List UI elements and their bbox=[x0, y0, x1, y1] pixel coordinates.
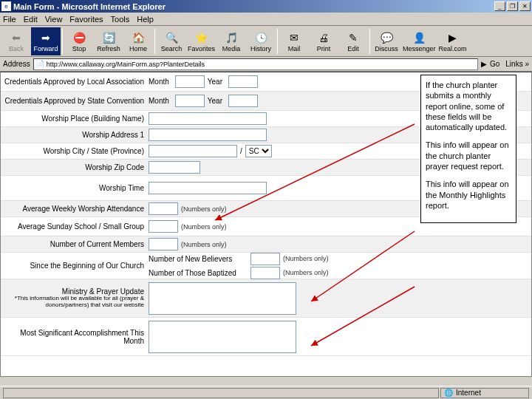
ministry-update-input[interactable] bbox=[149, 282, 296, 315]
editbtn-button[interactable]: ✎Edit bbox=[338, 27, 368, 55]
print-icon: 🖨 bbox=[316, 30, 331, 45]
callout-p3: This info will appear on the Monthly Hig… bbox=[426, 179, 511, 211]
maximize-button[interactable]: ❐ bbox=[507, 1, 518, 11]
favorites-button[interactable]: ⭐Favorites bbox=[186, 27, 216, 55]
status-bar: 🌐 Internet bbox=[0, 386, 532, 399]
address-input[interactable]: 📄 http://www.callaway.org/MainForm.asp?P… bbox=[33, 58, 478, 70]
toolbar-sep bbox=[62, 29, 63, 54]
worship-addr-input[interactable] bbox=[149, 129, 267, 141]
go-label: Go bbox=[487, 60, 502, 68]
real-button[interactable]: ▶Real.com bbox=[437, 27, 468, 55]
cred-state-label: Credentials Approved by State Convention bbox=[1, 95, 149, 106]
toolbar: ⬅Back ➡Forward ⛔Stop 🔄Refresh 🏠Home 🔍Sea… bbox=[0, 26, 532, 57]
home-icon: 🏠 bbox=[131, 30, 146, 45]
worship-time-label: Worship Time bbox=[1, 183, 149, 194]
links-label[interactable]: Links » bbox=[505, 60, 529, 68]
forward-icon: ➡ bbox=[38, 30, 53, 45]
back-label: Back bbox=[9, 45, 24, 52]
cred-local-label: Credentials Approved by Local Associatio… bbox=[1, 76, 149, 87]
discuss-label: Discuss bbox=[375, 45, 398, 52]
avg-weekly-input[interactable] bbox=[149, 202, 178, 215]
status-left bbox=[3, 388, 439, 398]
edit-label: Edit bbox=[347, 45, 359, 52]
real-icon: ▶ bbox=[446, 30, 460, 45]
num-members-input[interactable] bbox=[149, 238, 178, 250]
address-url: http://www.callaway.org/MainForm.asp?Pla… bbox=[47, 61, 205, 68]
media-button[interactable]: 🎵Media bbox=[216, 27, 246, 55]
forward-button[interactable]: ➡Forward bbox=[31, 27, 61, 55]
forward-label: Forward bbox=[33, 45, 58, 52]
messenger-button[interactable]: 👤Messenger bbox=[401, 27, 437, 55]
annotation-callout: If the church planter submits a monthly … bbox=[420, 75, 516, 223]
most-sig-input[interactable] bbox=[149, 321, 296, 353]
mail-icon: ✉ bbox=[287, 30, 301, 45]
search-button[interactable]: 🔍Search bbox=[157, 27, 186, 55]
discuss-button[interactable]: 💬Discuss bbox=[372, 27, 401, 55]
avg-weekly-label: Average Weekly Worship Attendance bbox=[1, 203, 149, 214]
stop-button[interactable]: ⛔Stop bbox=[64, 27, 94, 55]
favorites-icon: ⭐ bbox=[194, 30, 209, 45]
num-members-label: Number of Current Members bbox=[1, 239, 149, 250]
history-icon: 🕓 bbox=[253, 30, 268, 45]
refresh-button[interactable]: 🔄Refresh bbox=[94, 27, 123, 55]
print-label: Print bbox=[317, 45, 331, 52]
menu-view[interactable]: View bbox=[45, 15, 63, 24]
search-icon: 🔍 bbox=[164, 30, 179, 45]
cred-state-year-input[interactable] bbox=[228, 95, 258, 107]
cred-local-month-input[interactable] bbox=[175, 75, 205, 88]
links-text: Links bbox=[505, 60, 522, 68]
year-label: Year bbox=[208, 97, 222, 105]
menu-help[interactable]: Help bbox=[137, 15, 154, 24]
address-label: Address bbox=[3, 60, 30, 68]
page-icon: 📄 bbox=[35, 60, 44, 68]
toolbar-sep bbox=[369, 29, 370, 54]
worship-addr-label: Worship Address 1 bbox=[1, 129, 149, 140]
back-button[interactable]: ⬅Back bbox=[1, 27, 31, 55]
toolbar-sep bbox=[277, 29, 278, 54]
worship-place-input[interactable] bbox=[149, 112, 267, 125]
numbers-only-note: (Numbers only) bbox=[181, 223, 227, 231]
go-button[interactable]: ▶Go bbox=[481, 60, 502, 68]
numbers-only-note: (Numbers only) bbox=[181, 205, 227, 213]
home-label: Home bbox=[129, 45, 147, 52]
new-believers-label: Number of New Believers bbox=[149, 255, 245, 263]
menu-file[interactable]: File bbox=[3, 15, 16, 24]
title-bar: e Main Form - Microsoft Internet Explore… bbox=[0, 0, 532, 13]
menu-favorites[interactable]: Favorites bbox=[69, 15, 103, 24]
worship-state-select[interactable]: SC bbox=[245, 145, 272, 157]
stop-icon: ⛔ bbox=[72, 30, 86, 45]
history-label: History bbox=[250, 45, 271, 52]
messenger-icon: 👤 bbox=[412, 30, 426, 45]
address-bar: Address 📄 http://www.callaway.org/MainFo… bbox=[0, 57, 532, 72]
mail-label: Mail bbox=[288, 45, 301, 52]
search-label: Search bbox=[161, 45, 183, 52]
menu-edit[interactable]: Edit bbox=[24, 15, 38, 24]
edit-icon: ✎ bbox=[346, 30, 361, 45]
print-button[interactable]: 🖨Print bbox=[309, 27, 338, 55]
real-label: Real.com bbox=[439, 45, 467, 52]
baptized-input[interactable] bbox=[250, 267, 280, 279]
slash: / bbox=[240, 147, 242, 155]
menu-tools[interactable]: Tools bbox=[111, 15, 130, 24]
worship-city-input[interactable] bbox=[149, 145, 237, 157]
close-button[interactable]: ✕ bbox=[519, 1, 531, 11]
worship-zip-input[interactable] bbox=[149, 161, 200, 174]
messenger-label: Messenger bbox=[403, 45, 436, 52]
worship-zip-label: Worship Zip Code bbox=[1, 162, 149, 173]
minimize-button[interactable]: _ bbox=[494, 1, 505, 11]
numbers-only-note: (Numbers only) bbox=[283, 269, 329, 276]
new-believers-input[interactable] bbox=[250, 253, 280, 265]
cred-state-month-input[interactable] bbox=[175, 95, 205, 107]
mail-button[interactable]: ✉Mail bbox=[279, 27, 309, 55]
avg-sunday-label: Average Sunday School / Small Group bbox=[1, 221, 149, 232]
numbers-only-note: (Numbers only) bbox=[181, 241, 227, 248]
home-button[interactable]: 🏠Home bbox=[123, 27, 153, 55]
worship-time-input[interactable] bbox=[149, 182, 267, 194]
status-zone: 🌐 Internet bbox=[440, 388, 529, 398]
history-button[interactable]: 🕓History bbox=[246, 27, 276, 55]
avg-sunday-input[interactable] bbox=[149, 220, 178, 233]
ministry-update-label: Ministry & Prayer Update *This informati… bbox=[1, 286, 149, 310]
refresh-icon: 🔄 bbox=[101, 30, 116, 45]
worship-city-label: Worship City / State (Province) bbox=[1, 146, 149, 157]
cred-local-year-input[interactable] bbox=[228, 75, 258, 88]
